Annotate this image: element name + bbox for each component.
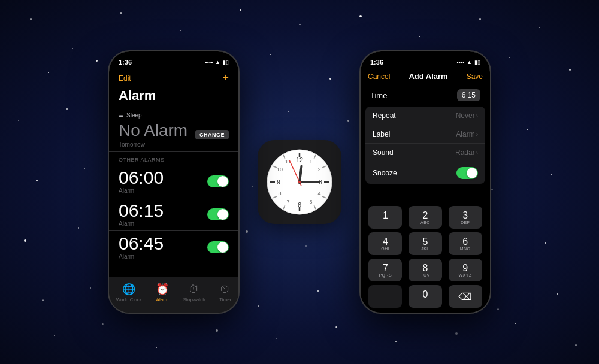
alarm-toggle-1[interactable] [207,175,229,187]
key-0[interactable]: 0 [409,285,442,308]
repeat-label: Repeat [373,111,396,120]
keypad-row-1: 1 2 ABC 3 DEF [365,206,485,229]
svg-text:9: 9 [277,178,280,186]
sound-value: Radar › [455,148,478,157]
world-clock-icon: 🌐 [122,283,135,296]
alarm-item-1[interactable]: 06:00 Alarm [109,165,238,198]
key-5[interactable]: 5 JKL [409,232,442,255]
key-7[interactable]: 7 PQRS [368,259,402,281]
right-phone-screen: 1:36 ▪▪▪▪ ▲ ▮▯ Cancel Add Alarm Save Tim… [361,51,490,313]
wifi-icon: ▲ [215,59,220,65]
label-value: Alarm › [456,130,478,138]
svg-text:1: 1 [309,159,312,165]
key-3-letters: DEF [461,220,470,225]
tab-timer[interactable]: ⏲ Timer [219,283,231,302]
label-chevron: › [476,131,478,138]
right-phone-notch [401,51,449,65]
stopwatch-icon: ⏱ [189,283,199,296]
status-icons-right: ▪▪▪▪ ▲ ▮▯ [456,59,480,65]
status-icons-left: ▪▪▪▪ ▲ ▮▯ [205,59,229,65]
key-2[interactable]: 2 ABC [409,206,442,229]
key-9-letters: WXYZ [459,273,472,277]
save-button[interactable]: Save [467,72,483,81]
alarm-header: Edit + [109,69,238,88]
key-8-number: 8 [423,263,428,273]
key-1-letters [385,220,386,225]
status-time-right: 1:36 [370,59,383,66]
keypad-row-2: 4 GHI 5 JKL 6 MNO [365,232,485,255]
key-6-letters: MNO [460,247,471,251]
key-empty [368,285,402,308]
sound-label: Sound [373,148,394,157]
time-row-label: Time [370,91,387,100]
sleep-label-row: 🛏 Sleep [119,112,229,119]
cancel-button[interactable]: Cancel [368,72,390,81]
timer-icon: ⏲ [220,283,231,296]
edit-button[interactable]: Edit [119,74,131,83]
snooze-label: Snooze [373,169,397,177]
svg-text:12: 12 [296,156,303,163]
key-6-number: 6 [462,237,468,247]
key-2-number: 2 [423,211,428,220]
key-3[interactable]: 3 DEF [449,206,482,229]
alarm-toggle-3[interactable] [207,241,229,253]
right-battery-icon: ▮▯ [474,59,480,65]
alarm-icon: ⏰ [156,283,169,296]
sound-row[interactable]: Sound Radar › [365,144,485,162]
time-value: 6 15 [457,89,480,101]
alarm-time-2: 06:15 [119,202,164,220]
tab-alarm[interactable]: ⏰ Alarm [156,283,169,302]
keypad-row-4: 0 ⌫ [365,285,485,308]
left-phone-screen: 1:36 ▪▪▪▪ ▲ ▮▯ Edit + Alarm 🛏 Sleep [109,51,238,313]
right-signal-icon: ▪▪▪▪ [456,59,464,65]
scene: 1:36 ▪▪▪▪ ▲ ▮▯ Edit + Alarm 🛏 Sleep [108,50,491,314]
svg-text:6: 6 [298,201,301,208]
repeat-row[interactable]: Repeat Never › [365,107,485,125]
tab-world-clock[interactable]: 🌐 World Clock [116,283,142,302]
clock-face-svg: 12 3 6 9 1 2 4 5 7 8 10 11 [267,149,332,215]
key-4[interactable]: 4 GHI [368,232,402,255]
tab-stopwatch[interactable]: ⏱ Stopwatch [183,283,205,302]
timer-label: Timer [219,297,231,302]
key-3-number: 3 [462,211,468,220]
alarm-toggle-2[interactable] [207,208,229,220]
status-time-left: 1:36 [119,59,132,66]
snooze-toggle[interactable] [456,167,478,179]
key-9[interactable]: 9 WXYZ [449,259,482,281]
keypad-row-3: 7 PQRS 8 TUV 9 WXYZ [365,259,485,281]
key-6[interactable]: 6 MNO [449,232,482,255]
bed-icon: 🛏 [119,113,124,119]
alarm-name-3: Alarm [119,253,164,260]
sleep-label: Sleep [126,112,142,119]
add-alarm-title: Add Alarm [409,72,447,81]
alarm-name-1: Alarm [119,187,164,194]
key-1-number: 1 [383,211,388,220]
key-7-number: 7 [383,263,388,273]
keypad: 1 2 ABC 3 DEF 4 GHI [361,202,490,313]
alarm-name-2: Alarm [119,220,164,227]
sound-chevron: › [476,150,478,156]
no-alarm-row: No Alarm Tomorrow CHANGE [119,121,229,148]
add-alarm-button[interactable]: + [222,72,229,84]
key-5-letters: JKL [421,247,429,251]
key-7-letters: PQRS [379,273,392,277]
delete-key[interactable]: ⌫ [449,285,482,308]
svg-text:10: 10 [277,166,283,172]
world-clock-label: World Clock [116,297,142,302]
key-0-letters [425,299,426,304]
key-8[interactable]: 8 TUV [409,259,442,281]
repeat-value: Never › [456,111,478,120]
alarm-item-3[interactable]: 06:45 Alarm [109,231,238,263]
svg-text:5: 5 [309,199,312,205]
key-1[interactable]: 1 [368,206,402,229]
alarm-item-2[interactable]: 06:15 Alarm [109,198,238,231]
change-button[interactable]: CHANGE [195,130,229,139]
snooze-row[interactable]: Snooze [365,162,485,184]
settings-group: Repeat Never › Label Alarm › Sound Radar… [365,107,485,184]
repeat-chevron: › [476,113,478,119]
stopwatch-label: Stopwatch [183,297,205,302]
label-row[interactable]: Label Alarm › [365,125,485,144]
key-9-number: 9 [462,263,468,273]
tomorrow-label: Tomorrow [119,141,187,148]
battery-icon: ▮▯ [223,59,229,65]
